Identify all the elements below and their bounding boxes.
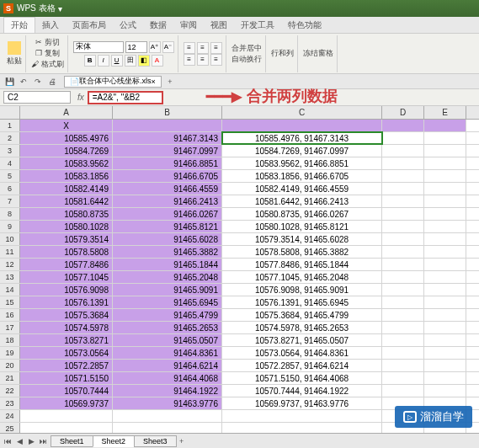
cell[interactable] bbox=[382, 284, 424, 296]
cell[interactable] bbox=[424, 208, 466, 220]
cell[interactable] bbox=[424, 120, 466, 131]
cut-button[interactable]: ✂ 剪切 bbox=[35, 37, 60, 48]
cell[interactable]: 10577.1045 bbox=[20, 271, 113, 283]
row-header[interactable]: 17 bbox=[0, 322, 20, 333]
select-all-corner[interactable] bbox=[0, 106, 20, 119]
cell[interactable]: 10584.7269, 91467.0997 bbox=[222, 145, 382, 157]
cell[interactable]: 10576.1391 bbox=[20, 296, 113, 308]
cell[interactable] bbox=[382, 233, 424, 245]
add-sheet-button[interactable]: + bbox=[176, 437, 188, 445]
cell[interactable]: 91465.0507 bbox=[113, 334, 222, 346]
cell[interactable] bbox=[382, 334, 424, 346]
row-header[interactable]: 21 bbox=[0, 372, 20, 384]
decrease-font-button[interactable]: A⁻ bbox=[162, 41, 174, 53]
cell[interactable]: 91465.3882 bbox=[113, 246, 222, 258]
cell[interactable]: 10574.5978, 91465.2653 bbox=[222, 322, 382, 333]
cell[interactable]: 10584.7269 bbox=[20, 145, 113, 157]
cell[interactable] bbox=[382, 309, 424, 321]
cell[interactable]: 91467.0997 bbox=[113, 145, 222, 157]
align-bottom-button[interactable]: ≡ bbox=[210, 42, 222, 54]
cell[interactable]: 10571.5150, 91464.4068 bbox=[222, 372, 382, 384]
cell[interactable]: 91466.8851 bbox=[113, 157, 222, 169]
col-header-c[interactable]: C bbox=[222, 106, 382, 119]
col-header-e[interactable]: E bbox=[424, 106, 466, 119]
cell[interactable] bbox=[424, 221, 466, 232]
cell[interactable] bbox=[424, 284, 466, 296]
cell[interactable]: 10582.4149 bbox=[20, 183, 113, 195]
copy-button[interactable]: ❐ 复制 bbox=[35, 48, 60, 59]
cell[interactable] bbox=[382, 246, 424, 258]
cell[interactable]: 91463.9776 bbox=[113, 397, 222, 409]
cell[interactable]: 91467.3143 bbox=[113, 132, 222, 144]
cell[interactable]: 10573.0564 bbox=[20, 347, 113, 359]
cell[interactable] bbox=[424, 385, 466, 397]
merge-button[interactable]: 合并居中 bbox=[232, 43, 262, 54]
cell[interactable]: 10573.0564, 91464.8361 bbox=[222, 347, 382, 359]
row-header[interactable]: 10 bbox=[0, 233, 20, 245]
cell[interactable]: 91464.4068 bbox=[113, 372, 222, 384]
cell[interactable] bbox=[382, 271, 424, 283]
row-header[interactable]: 3 bbox=[0, 145, 20, 157]
row-header[interactable]: 14 bbox=[0, 284, 20, 296]
cell[interactable] bbox=[382, 132, 424, 144]
row-header[interactable]: 13 bbox=[0, 271, 20, 283]
font-size-select[interactable] bbox=[125, 41, 147, 53]
qat-btn2[interactable]: ↶ bbox=[18, 76, 29, 88]
align-top-button[interactable]: ≡ bbox=[184, 42, 195, 54]
cell[interactable]: 91466.4559 bbox=[113, 183, 222, 195]
grid[interactable]: 1 X 210585.497691467.314310585.4976, 914… bbox=[0, 120, 479, 448]
nav-next-button[interactable]: ▶ bbox=[25, 437, 37, 445]
cell[interactable]: 91465.8121 bbox=[113, 221, 222, 232]
cell[interactable]: 91466.2413 bbox=[113, 195, 222, 207]
cell[interactable] bbox=[382, 347, 424, 359]
cell[interactable]: 10573.8271, 91465.0507 bbox=[222, 334, 382, 346]
increase-font-button[interactable]: A⁺ bbox=[149, 41, 161, 53]
cell[interactable] bbox=[382, 372, 424, 384]
cell[interactable] bbox=[382, 221, 424, 232]
row-header[interactable]: 5 bbox=[0, 170, 20, 182]
cell[interactable]: 10585.4976, 91467.3143 bbox=[222, 132, 382, 144]
cell[interactable]: 91465.9091 bbox=[113, 284, 222, 296]
row-header[interactable]: 8 bbox=[0, 208, 20, 220]
cell[interactable] bbox=[382, 145, 424, 157]
cell[interactable]: 10580.1028, 91465.8121 bbox=[222, 221, 382, 232]
cell[interactable]: 10581.6442, 91466.2413 bbox=[222, 195, 382, 207]
cell[interactable] bbox=[382, 296, 424, 308]
cell[interactable] bbox=[424, 296, 466, 308]
freeze-button[interactable]: 冻结窗格 bbox=[303, 48, 333, 59]
cell[interactable] bbox=[382, 385, 424, 397]
qat-btn3[interactable]: ↷ bbox=[32, 76, 44, 88]
row-header[interactable]: 9 bbox=[0, 221, 20, 232]
tab-view[interactable]: 视图 bbox=[204, 18, 234, 33]
sheet-tab-3[interactable]: Sheet3 bbox=[134, 435, 177, 447]
cell[interactable]: 91465.2048 bbox=[113, 271, 222, 283]
cell[interactable]: 10579.3514, 91465.6028 bbox=[222, 233, 382, 245]
fill-color-button[interactable]: ◧ bbox=[138, 55, 150, 67]
cell[interactable] bbox=[424, 170, 466, 182]
cell[interactable] bbox=[382, 170, 424, 182]
tab-formula[interactable]: 公式 bbox=[113, 18, 143, 33]
cell[interactable]: 10583.9562 bbox=[20, 157, 113, 169]
cell[interactable]: 10585.4976 bbox=[20, 132, 113, 144]
font-name-select[interactable] bbox=[73, 41, 124, 53]
cell[interactable]: 10578.5808, 91465.3882 bbox=[222, 246, 382, 258]
cell[interactable]: 10575.3684, 91465.4799 bbox=[222, 309, 382, 321]
cell[interactable]: 10575.3684 bbox=[20, 309, 113, 321]
italic-button[interactable]: I bbox=[98, 55, 109, 67]
align-right-button[interactable]: ≡ bbox=[210, 54, 222, 66]
wrap-button[interactable]: 自动换行 bbox=[232, 54, 262, 65]
cell[interactable] bbox=[382, 259, 424, 270]
cell[interactable]: 10583.1856, 91466.6705 bbox=[222, 170, 382, 182]
cell[interactable] bbox=[382, 120, 424, 131]
cell[interactable]: 91465.6945 bbox=[113, 296, 222, 308]
tab-special[interactable]: 特色功能 bbox=[281, 18, 328, 33]
cell[interactable]: 91465.4799 bbox=[113, 309, 222, 321]
border-button[interactable]: 田 bbox=[125, 55, 136, 67]
tab-review[interactable]: 审阅 bbox=[173, 18, 204, 33]
cell[interactable] bbox=[20, 410, 113, 422]
cell[interactable] bbox=[424, 246, 466, 258]
cell[interactable]: 10580.1028 bbox=[20, 221, 113, 232]
cell[interactable] bbox=[424, 259, 466, 270]
cell[interactable]: 10577.8486 bbox=[20, 259, 113, 270]
nav-first-button[interactable]: ⏮ bbox=[2, 437, 13, 445]
